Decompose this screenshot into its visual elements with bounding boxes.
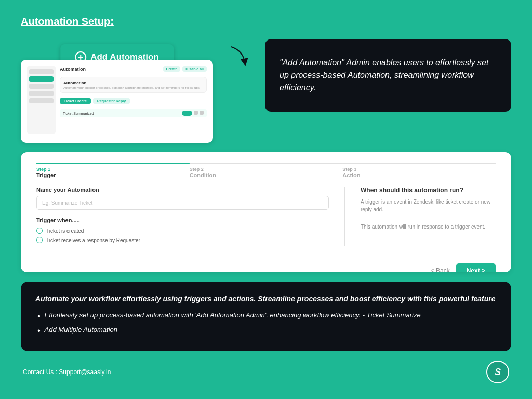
step-panel-inner: Step 1 Trigger Step 2 Condition Step 3 A… — [21, 152, 511, 257]
bullet-item-1: Effortlessly set up process-based automa… — [37, 310, 497, 323]
mock-item-row: Ticket Summarized — [60, 109, 207, 117]
back-button[interactable]: < Back — [431, 267, 450, 272]
mock-sidebar-item-3 — [29, 91, 54, 96]
mock-content-area: Automation Create Disable all Automation… — [60, 66, 207, 134]
mock-icon-edit — [194, 111, 198, 115]
step-tab-line-2 — [190, 163, 343, 164]
mock-automation-title: Automation — [63, 81, 203, 85]
logo-icon: S — [486, 361, 509, 383]
mock-sidebar-item-2 — [29, 84, 54, 89]
mock-tab-ticket-create: Ticket Create — [60, 98, 91, 104]
right-info-line1: A trigger is an event in Zendesk, like t… — [361, 198, 496, 214]
mock-header-bar: Automation Create Disable all — [60, 66, 207, 72]
bullet-text-2: Add Multiple Automation — [45, 325, 117, 336]
mock-ui-wrapper: + Add Automation Automati — [21, 60, 213, 143]
mock-automation-box: Automation Automate your support process… — [60, 77, 207, 93]
step-content-row: Name your Automation Eg. Summarize Ticke… — [36, 187, 496, 246]
mock-icon-delete — [200, 111, 204, 115]
step-3-label: Step 3 — [342, 167, 496, 172]
right-info-title: When should this automation run? — [361, 187, 496, 194]
step-1-label: Step 1 — [36, 167, 190, 172]
mock-disable-btn: Disable all — [182, 66, 207, 72]
right-info-line2: This automation will run in response to … — [361, 223, 496, 231]
callout-box: "Add Automation" Admin enables users to … — [265, 39, 511, 112]
step-divider — [344, 187, 345, 246]
step-right: When should this automation run? A trigg… — [361, 187, 496, 246]
mock-ui-panel: Automation Create Disable all Automation… — [21, 60, 213, 143]
mock-sidebar-left — [27, 66, 56, 134]
trigger-when-label: Trigger when..... — [36, 217, 329, 223]
mock-create-btn: Create — [163, 66, 181, 72]
mock-sidebar-item-4 — [29, 98, 54, 103]
mock-header-title: Automation — [60, 66, 86, 72]
step-2-label: Step 2 — [190, 167, 343, 172]
bottom-box: Automate your workflow effortlessly usin… — [21, 282, 511, 351]
step-tab-line-1 — [36, 163, 190, 164]
mock-sidebar: Automation Create Disable all Automation… — [27, 66, 207, 134]
mock-automation-desc: Automate your support processes, establi… — [63, 86, 203, 89]
mock-sidebar-item-active — [29, 76, 54, 82]
radio-circle-1[interactable] — [36, 228, 43, 234]
bullet-text-1: Effortlessly set up process-based automa… — [45, 310, 421, 321]
radio-item-1: Ticket is created — [36, 228, 329, 234]
nav-row: < Back Next > — [21, 257, 511, 272]
name-placeholder: Eg. Summarize Ticket — [42, 200, 92, 206]
contact-text: Contact Us : Support@saasly.in — [23, 368, 111, 376]
top-section: + Add Automation Automati — [21, 39, 511, 143]
arrow-icon — [223, 39, 255, 70]
automation-name-input[interactable]: Eg. Summarize Ticket — [36, 196, 329, 210]
name-field-label: Name your Automation — [36, 187, 329, 193]
step-tab-1: Step 1 Trigger — [36, 163, 190, 178]
bullet-item-2: Add Multiple Automation — [37, 325, 497, 338]
callout-text: "Add Automation" Admin enables users to … — [280, 57, 497, 94]
bottom-intro: Automate your workflow effortlessly usin… — [35, 293, 497, 304]
step-panel: Step 1 Trigger Step 2 Condition Step 3 A… — [21, 152, 511, 272]
step-tab-3: Step 3 Action — [342, 163, 496, 178]
step-left: Name your Automation Eg. Summarize Ticke… — [36, 187, 329, 246]
arrow-container — [223, 39, 255, 75]
radio-circle-2[interactable] — [36, 237, 43, 243]
mock-sidebar-item — [29, 69, 54, 74]
mock-toggle — [182, 111, 192, 116]
radio-label-1: Ticket is created — [46, 228, 84, 234]
mock-tab-requester-reply: Requester Reply — [93, 98, 130, 104]
mock-tabs-row: Ticket Create Requester Reply — [60, 98, 207, 104]
step-tab-line-3 — [342, 163, 496, 164]
step-2-name: Condition — [190, 172, 343, 178]
page-title: Automation Setup: — [21, 16, 511, 28]
next-button[interactable]: Next > — [456, 263, 496, 272]
mock-item-label: Ticket Summarized — [63, 112, 94, 115]
footer-row: Contact Us : Support@saasly.in S — [21, 361, 511, 383]
radio-item-2: Ticket receives a response by Requester — [36, 237, 329, 243]
bullet-list: Effortlessly set up process-based automa… — [35, 310, 497, 338]
mock-item-icons — [182, 111, 204, 116]
progress-row: Step 1 Trigger Step 2 Condition Step 3 A… — [36, 163, 496, 178]
mock-btn-row: Create Disable all — [163, 66, 207, 72]
logo-text: S — [495, 367, 501, 378]
radio-label-2: Ticket receives a response by Requester — [46, 237, 140, 243]
step-1-name: Trigger — [36, 172, 190, 178]
step-tab-2: Step 2 Condition — [190, 163, 343, 178]
step-3-name: Action — [342, 172, 496, 178]
